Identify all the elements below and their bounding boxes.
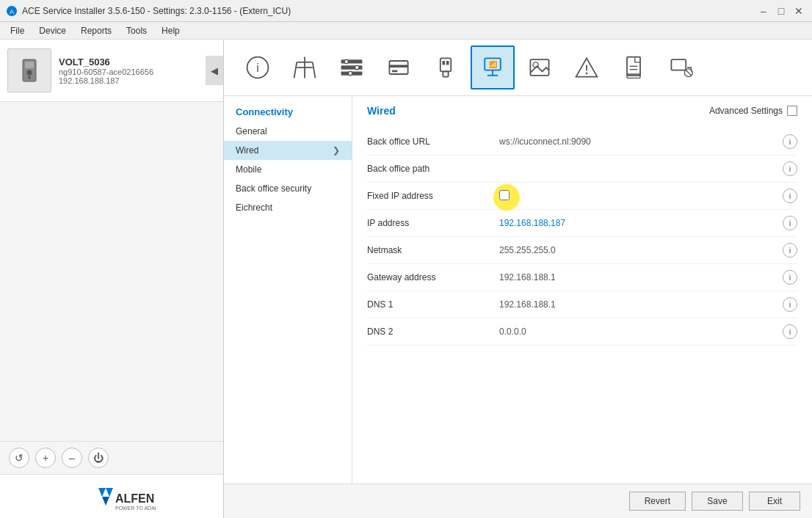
sidebar-item-back-office-security[interactable]: Back office security [224, 179, 352, 198]
svg-point-4 [26, 70, 32, 75]
alert-toolbar-icon [573, 54, 600, 81]
app-icon: A [6, 5, 18, 17]
menu-device[interactable]: Device [32, 24, 73, 37]
info-netmask[interactable]: i [783, 243, 797, 258]
icon-toolbar: i [224, 40, 812, 96]
info-gateway-address[interactable]: i [783, 270, 797, 285]
save-button[interactable]: Save [692, 492, 743, 511]
sidebar-item-mobile[interactable]: Mobile [224, 160, 352, 179]
svg-text:A: A [10, 8, 14, 15]
grid-toolbar-icon [291, 54, 318, 81]
remove-button[interactable]: – [62, 448, 82, 468]
row-ip-address: IP address 192.168.188.187 i [367, 210, 797, 237]
svg-text:i: i [256, 61, 259, 74]
svg-point-21 [344, 59, 348, 63]
info-dns1[interactable]: i [783, 297, 797, 312]
connector-toolbar-icon [432, 54, 459, 81]
exit-button[interactable]: Exit [749, 492, 800, 511]
label-back-office-url: Back office URL [367, 136, 499, 147]
svg-point-39 [586, 73, 588, 75]
svg-line-16 [294, 62, 297, 79]
value-back-office-url: ws://icuconnect.nl:9090 [499, 136, 783, 147]
svg-point-23 [349, 71, 352, 75]
detail-section-title: Wired [367, 105, 396, 117]
refresh-button[interactable]: ↺ [9, 448, 29, 468]
svg-rect-44 [671, 59, 686, 70]
detail-panel: Wired Advanced Settings Back office URL … [352, 96, 812, 484]
value-netmask: 255.255.255.0 [499, 245, 783, 255]
svg-rect-29 [443, 61, 446, 65]
info-back-office-url[interactable]: i [783, 134, 797, 149]
collapse-button[interactable]: ◀ [206, 56, 223, 85]
device-avatar [7, 48, 51, 92]
svg-rect-27 [441, 58, 451, 71]
svg-marker-8 [102, 497, 109, 506]
fixed-ip-checkbox[interactable] [499, 190, 510, 200]
info-back-office-path[interactable]: i [783, 161, 797, 176]
sidebar-item-wired[interactable]: Wired ❯ [224, 141, 352, 160]
svg-rect-25 [389, 65, 407, 68]
row-dns2: DNS 2 0.0.0.0 i [367, 318, 797, 346]
info-fixed-ip-address[interactable]: i [783, 189, 797, 203]
toolbar-image-button[interactable] [518, 45, 562, 90]
charger-icon [16, 57, 43, 84]
label-netmask: Netmask [367, 245, 499, 255]
label-back-office-path: Back office path [367, 164, 499, 174]
alfen-brand-logo: ALFEN POWER TO ADAPT [68, 482, 156, 511]
svg-rect-28 [443, 71, 448, 76]
menu-tools[interactable]: Tools [119, 24, 154, 37]
toolbar-network-button[interactable]: 📶 [471, 45, 515, 90]
menu-help[interactable]: Help [154, 24, 187, 37]
svg-text:📶: 📶 [489, 60, 498, 69]
toolbar-settings-button[interactable] [330, 45, 374, 90]
close-button[interactable]: ✕ [791, 4, 806, 18]
fixed-ip-checkbox-wrapper [499, 190, 510, 203]
label-gateway-address: Gateway address [367, 272, 499, 282]
label-dns2: DNS 2 [367, 327, 499, 337]
svg-marker-7 [106, 488, 113, 497]
advanced-settings-toggle[interactable]: Advanced Settings [709, 106, 797, 116]
revert-button[interactable]: Revert [629, 492, 686, 511]
svg-line-46 [686, 70, 691, 76]
svg-text:ALFEN: ALFEN [115, 492, 154, 505]
row-back-office-path: Back office path i [367, 156, 797, 183]
toolbar-grid-button[interactable] [283, 45, 327, 90]
device-name: VOLT_5036 [59, 56, 216, 68]
window-title: ACE Service Installer 3.5.6-150 - Settin… [22, 6, 291, 16]
svg-rect-3 [25, 62, 34, 68]
value-dns1: 192.168.188.1 [499, 299, 783, 310]
sidebar-item-eichrecht[interactable]: Eichrecht [224, 198, 352, 217]
power-button[interactable]: ⏻ [88, 448, 109, 468]
alfen-logo: ALFEN POWER TO ADAPT [0, 474, 223, 518]
svg-line-17 [313, 62, 316, 79]
toolbar-document-button[interactable] [612, 45, 656, 90]
info-toolbar-icon: i [244, 54, 271, 81]
svg-marker-6 [98, 488, 106, 497]
row-netmask: Netmask 255.255.255.0 i [367, 237, 797, 264]
advanced-settings-checkbox[interactable] [787, 106, 797, 116]
add-button[interactable]: + [35, 448, 56, 468]
toolbar-info-button[interactable]: i [236, 45, 280, 90]
advanced-settings-label: Advanced Settings [709, 106, 783, 116]
info-dns2[interactable]: i [783, 324, 797, 339]
value-fixed-ip-address [499, 190, 783, 203]
svg-rect-5 [29, 76, 30, 79]
svg-point-22 [355, 65, 359, 69]
info-ip-address[interactable]: i [783, 216, 797, 230]
bottom-controls: ↺ + – ⏻ [0, 441, 223, 474]
value-gateway-address: 192.168.188.1 [499, 272, 783, 282]
toolbar-remote-button[interactable] [659, 45, 703, 90]
svg-rect-30 [446, 61, 449, 65]
menu-file[interactable]: File [3, 24, 32, 37]
content-area: Connectivity General Wired ❯ Mobile Back… [224, 96, 812, 484]
sidebar-item-general[interactable]: General [224, 122, 352, 141]
toolbar-card-reader-button[interactable] [377, 45, 421, 90]
row-back-office-url: Back office URL ws://icuconnect.nl:9090 … [367, 128, 797, 156]
menu-reports[interactable]: Reports [73, 24, 119, 37]
toolbar-alert-button[interactable] [565, 45, 609, 90]
restore-button[interactable]: □ [774, 4, 789, 18]
row-fixed-ip-address: Fixed IP address i [367, 183, 797, 210]
card-reader-toolbar-icon [385, 54, 412, 81]
toolbar-connector-button[interactable] [424, 45, 468, 90]
minimize-button[interactable]: – [756, 4, 771, 18]
